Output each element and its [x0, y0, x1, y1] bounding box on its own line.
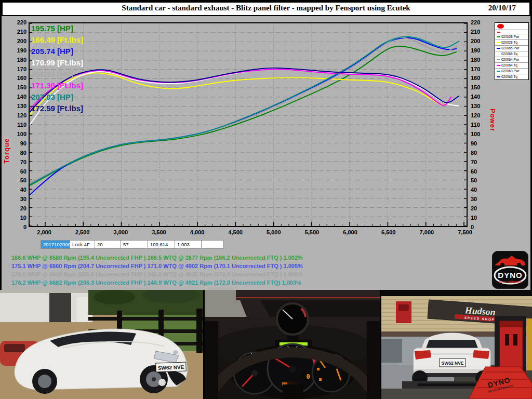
legend-item-label: 020063 Pwr — [501, 69, 520, 74]
torque-axis-title: Torque — [3, 103, 10, 164]
stats-line-3: 176.2 WHP @ 6682 Rpm (206.3 Uncorrected … — [11, 278, 303, 287]
dyno-logo-svg: DYNO DEVELOPMENTS — [492, 251, 528, 289]
summary-readout-7: 172.59 [Ft.lbs] — [31, 103, 83, 114]
y-tick-right-70: 70 — [471, 158, 486, 166]
legend-item-020064-pwr[interactable]: 020064 Pwr — [495, 57, 528, 63]
legend-swatch-icon — [497, 59, 500, 60]
y-tick-left-110: 110 — [11, 121, 26, 128]
y-tick-left-70: 70 — [11, 158, 26, 166]
y-tick-left-0: 0 — [11, 223, 26, 231]
y-tick-right-200: 200 — [471, 37, 486, 45]
y-tick-right-170: 170 — [471, 65, 486, 73]
y-tick-left-10: 10 — [11, 214, 26, 221]
legend-panel[interactable]: 020028 Pwr020028 Tq020065 Pwr020065 Tq02… — [495, 22, 529, 80]
run-table-cell-5[interactable]: 1.003 — [175, 240, 202, 249]
y-tick-right-120: 120 — [471, 112, 486, 119]
legend-item-label: 020064 Tq — [501, 63, 517, 68]
legend-item-020065-tq[interactable]: 020065 Tq — [495, 51, 528, 57]
curve-020063-pwr — [30, 37, 459, 185]
legend-item-020028-pwr[interactable]: 020028 Pwr — [495, 34, 528, 40]
logo-title: DYNO — [498, 271, 522, 280]
run-table-cell-1[interactable]: Lock 4F — [70, 240, 95, 249]
y-tick-right-180: 180 — [471, 56, 486, 63]
x-tick-3500: 3,500 — [147, 229, 171, 235]
legend-swatch-icon — [497, 71, 500, 72]
y-tick-right-90: 90 — [471, 140, 486, 147]
y-tick-right-140: 140 — [471, 93, 486, 100]
y-tick-left-40: 40 — [11, 186, 26, 193]
summary-readout-1: 166.49 [Ft.lbs] — [31, 34, 83, 46]
run-table-cell-3[interactable]: 57 — [121, 240, 148, 249]
y-tick-left-140: 140 — [11, 93, 26, 100]
x-tick-2500: 2,500 — [70, 229, 95, 235]
x-tick-7000: 7,000 — [414, 229, 439, 235]
y-tick-right-130: 130 — [471, 102, 486, 110]
stats-line-1: 175.1 WHP @ 6660 Rpm (204.7 Uncorrected … — [11, 262, 303, 270]
header-bar: Standard car - standard exhaust - Blitz … — [2, 2, 530, 16]
curve-020063-tq — [30, 68, 459, 112]
summary-readout-5: 171.30 [Ft.lbs] — [31, 80, 83, 91]
legend-swatch-icon — [497, 76, 500, 77]
summary-readouts: 195.75 [HP]166.49 [Ft.lbs]205.74 [HP]170… — [31, 23, 83, 114]
power-axis-title: Power — [489, 109, 497, 169]
y-tick-right-50: 50 — [471, 177, 486, 184]
y-tick-left-190: 190 — [11, 47, 26, 54]
run-stats-block: 166.6 WHP @ 6580 Rpm (195.4 Uncorrected … — [11, 254, 303, 287]
y-tick-right-10: 10 — [471, 214, 486, 221]
red-dash-icon — [497, 32, 500, 33]
tail-light-right — [473, 350, 489, 359]
run-table-cell-2[interactable]: 20 — [95, 240, 121, 249]
x-tick-3000: 3,000 — [108, 229, 133, 235]
y-tick-left-60: 60 — [11, 168, 26, 175]
legend-item-020065-pwr[interactable]: 020065 Pwr — [495, 46, 528, 51]
legend-item-label: 020028 Pwr — [501, 34, 520, 39]
summary-readout-3: 170.99 [Ft.lbs] — [31, 57, 83, 69]
y-tick-right-60: 60 — [471, 168, 486, 175]
x-tick-4500: 4,500 — [223, 229, 248, 235]
run-info-table[interactable]: 20171020061Lock 4F2057100.6141.003 — [41, 240, 223, 249]
dyno-plot[interactable] — [29, 22, 468, 227]
summary-readout-2: 205.74 [HP] — [31, 46, 83, 57]
rear-number-plate: SW62 NVE — [442, 361, 464, 366]
chart-area: Torque Power 220210200190180170160150140… — [2, 16, 530, 290]
legend-swatch-icon — [497, 42, 500, 43]
x-tick-6500: 6,500 — [376, 229, 401, 235]
x-tick-5500: 5,500 — [299, 229, 324, 235]
curve-020028-pwr — [30, 46, 457, 185]
stats-line-0: 166.6 WHP @ 6580 Rpm (195.4 Uncorrected … — [11, 254, 303, 262]
y-tick-right-110: 110 — [471, 121, 486, 128]
photo-strip: SW62 NVE 0.99 — [0, 290, 532, 399]
dyno-developments-logo: DYNO DEVELOPMENTS — [492, 251, 528, 289]
legend-swatch-icon — [497, 36, 500, 37]
curve-020064-pwr — [30, 37, 457, 183]
record-dot-icon — [497, 24, 504, 29]
curve-020065-pwr — [30, 38, 457, 195]
y-tick-left-180: 180 — [11, 56, 26, 63]
legend-item-label: 020063 Tq — [501, 74, 517, 79]
run-table-cell-4[interactable]: 100.614 — [148, 240, 175, 249]
legend-item-020028-tq[interactable]: 020028 Tq — [495, 40, 528, 46]
legend-swatch-icon — [497, 65, 500, 66]
y-tick-left-90: 90 — [11, 140, 26, 147]
run-table-cell-6[interactable] — [202, 240, 223, 249]
y-tick-left-80: 80 — [11, 149, 26, 156]
legend-item-020063-tq[interactable]: 020063 Tq — [495, 74, 528, 79]
x-tick-2000: 2,000 — [32, 229, 57, 235]
legend-header — [495, 23, 528, 30]
run-table-cell-0[interactable]: 20171020061 — [41, 240, 70, 249]
y-tick-left-30: 30 — [11, 195, 26, 203]
legend-item-label: 020065 Pwr — [501, 46, 520, 51]
y-tick-right-220: 220 — [471, 19, 486, 26]
legend-swatch-icon — [497, 48, 500, 49]
y-tick-left-150: 150 — [11, 84, 26, 91]
summary-readout-0: 195.75 [HP] — [31, 23, 83, 34]
y-tick-left-220: 220 — [11, 19, 26, 26]
y-tick-left-100: 100 — [11, 130, 26, 138]
y-tick-right-30: 30 — [471, 195, 486, 203]
y-tick-right-40: 40 — [471, 186, 486, 193]
photo-dyno-view: Hudson SPEED SHOP SW62 NVE — [381, 290, 532, 399]
red-machine — [500, 321, 523, 370]
legend-item-020064-tq[interactable]: 020064 Tq — [495, 63, 528, 69]
y-tick-left-200: 200 — [11, 37, 26, 45]
legend-item-020063-pwr[interactable]: 020063 Pwr — [495, 69, 528, 74]
